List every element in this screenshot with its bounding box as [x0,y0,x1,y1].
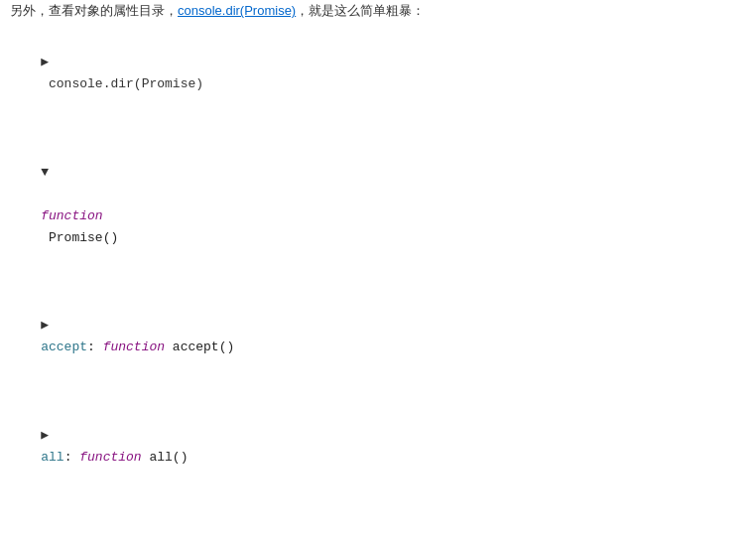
tree-row-all: ▶ all: function all() [10,381,746,490]
prompt-arrow: ▶ [41,52,53,73]
fn-all: all() [142,450,189,465]
top-note: 另外，查看对象的属性目录，console.dir(Promise)，就是这么简单… [0,0,756,24]
space [41,187,49,202]
arrow-down-0[interactable]: ▼ [41,162,53,184]
tree-row-arguments: arguments: (...) [10,490,746,546]
tree-row-accept: ▶ accept: function accept() [10,271,746,380]
fn-accept: accept() [165,340,234,354]
console-area: ▶ console.dir(Promise) ▼ function Promis… [0,24,756,546]
top-note-after: ，就是这么简单粗暴： [296,3,425,18]
sep: : [87,340,103,354]
kw-accept: function [103,340,165,354]
prop-all: all [41,450,63,465]
console-prompt-line: ▶ console.dir(Promise) [10,30,746,117]
top-note-link[interactable]: console.dir(Promise) [178,3,296,18]
prompt-text: console.dir(Promise) [41,76,203,91]
top-note-before: 另外，查看对象的属性目录， [10,3,178,18]
sep: : [64,450,80,465]
tree-row-0: ▼ function Promise() [10,117,746,271]
promise-name: Promise() [41,230,118,245]
prop-accept: accept [41,340,87,354]
kw-function-0: function [41,208,102,223]
arrow-all[interactable]: ▶ [41,425,53,447]
arrow-accept[interactable]: ▶ [41,315,53,337]
kw-all: function [79,450,141,465]
